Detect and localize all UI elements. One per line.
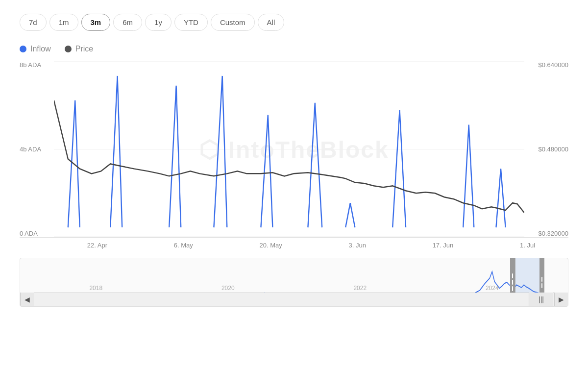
minimap-handle-center[interactable]: |||	[529, 293, 553, 306]
time-btn-custom[interactable]: Custom	[211, 14, 255, 31]
main-chart: 8b ADA 4b ADA 0 ADA $0.640000 $0.480000 …	[20, 61, 568, 238]
y-axis-left: 8b ADA 4b ADA 0 ADA	[20, 61, 41, 237]
x-label-1: 22. Apr	[87, 242, 107, 249]
inflow-label: Inflow	[30, 45, 51, 53]
x-label-6: 1. Jul	[520, 242, 535, 249]
time-btn-7d[interactable]: 7d	[20, 14, 47, 31]
time-btn-3m[interactable]: 3m	[81, 14, 111, 31]
time-btn-all[interactable]: All	[258, 14, 285, 31]
x-axis-labels: 22. Apr 6. May 20. May 3. Jun 17. Jun 1.…	[0, 238, 588, 249]
x-label-5: 17. Jun	[433, 242, 454, 249]
main-chart-svg	[54, 61, 524, 237]
time-btn-1y[interactable]: 1y	[145, 14, 172, 31]
year-2018: 2018	[89, 285, 102, 292]
legend-price: Price	[65, 45, 93, 53]
minimap-nav: ◀ ||| ▶	[20, 293, 568, 306]
minimap: 2018 2020 2022 2024 ◀ ||| ▶	[20, 258, 568, 307]
y-left-top: 8b ADA	[20, 61, 41, 69]
year-2020: 2020	[221, 285, 235, 292]
x-label-2: 6. May	[174, 242, 193, 249]
y-left-mid: 4b ADA	[20, 146, 41, 153]
y-right-bottom: $0.320000	[539, 230, 568, 237]
inflow-dot	[20, 46, 26, 52]
y-right-top: $0.640000	[539, 61, 568, 69]
y-right-mid: $0.480000	[539, 146, 568, 153]
chart-legend: Inflow Price	[0, 41, 588, 61]
x-label-4: 3. Jun	[348, 242, 366, 249]
price-label: Price	[75, 45, 93, 53]
time-btn-1m[interactable]: 1m	[49, 14, 78, 31]
time-btn-6m[interactable]: 6m	[113, 14, 142, 31]
x-label-3: 20. May	[260, 242, 282, 249]
year-2024: 2024	[486, 285, 499, 292]
y-axis-right: $0.640000 $0.480000 $0.320000	[539, 61, 568, 237]
minimap-left-btn[interactable]: ◀	[20, 293, 34, 306]
y-left-bottom: 0 ADA	[20, 230, 41, 237]
chart-svg-area	[54, 61, 524, 237]
minimap-year-labels: 2018 2020 2022 2024	[20, 285, 568, 292]
legend-inflow: Inflow	[20, 45, 51, 53]
time-range-controls: 7d1m3m6m1yYTDCustomAll	[0, 0, 588, 41]
time-btn-ytd[interactable]: YTD	[174, 14, 208, 31]
price-dot	[65, 46, 72, 52]
minimap-right-btn[interactable]: ▶	[554, 293, 568, 306]
year-2022: 2022	[353, 285, 367, 292]
